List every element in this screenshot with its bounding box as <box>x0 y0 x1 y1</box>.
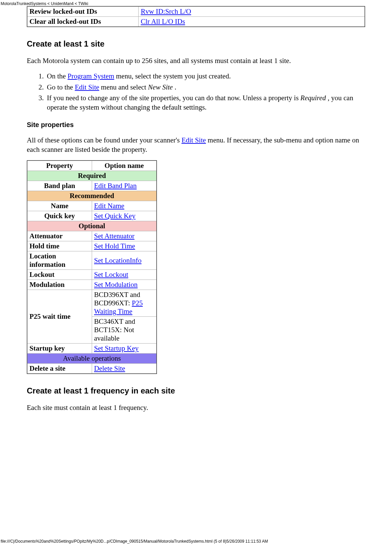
prop-value: Delete Site <box>92 364 157 374</box>
site-properties-table: Property Option name Required Band plan … <box>27 160 157 374</box>
prop-value: Set LocationInfo <box>92 251 157 270</box>
page-header: MotorolaTrunkedSystems < UnidenMan4 < TW… <box>0 0 392 6</box>
table-row: Location information Set LocationInfo <box>27 251 157 270</box>
text: If you need to change any of the site pr… <box>47 94 300 102</box>
rvw-id-link[interactable]: Rvw ID:Srch L/O <box>141 7 191 15</box>
prop-label: Band plan <box>27 181 92 191</box>
table-row: Band plan Edit Band Plan <box>27 181 157 191</box>
section-label: Available operations <box>27 354 157 364</box>
text: Go to the <box>47 83 75 91</box>
prop-label: Attenuator <box>27 231 92 241</box>
section-required: Required <box>27 171 157 181</box>
table-header-row: Property Option name <box>27 161 157 171</box>
list-item: On the Program System menu, select the s… <box>46 71 365 81</box>
text: . <box>174 83 176 91</box>
clr-all-link[interactable]: Clr All L/O IDs <box>141 17 185 25</box>
edit-name-link[interactable]: Edit Name <box>94 202 124 210</box>
heading-site-properties: Site properties <box>27 121 365 129</box>
delete-site-link[interactable]: Delete Site <box>94 364 125 372</box>
set-hold-time-link[interactable]: Set Hold Time <box>94 242 135 250</box>
edit-band-plan-link[interactable]: Edit Band Plan <box>94 182 137 190</box>
heading-create-frequency: Create at least 1 frequency in each site <box>27 386 365 396</box>
row-label: Clear all locked-out IDs <box>27 17 139 27</box>
site-properties-intro: All of these options can be found under … <box>27 135 365 155</box>
edit-site-link[interactable]: Edit Site <box>75 83 99 91</box>
table-row: Review locked-out IDs Rvw ID:Srch L/O <box>27 6 365 17</box>
prop-label: Name <box>27 201 92 211</box>
prop-label: Quick key <box>27 211 92 221</box>
table-row: Delete a site Delete Site <box>27 364 157 374</box>
breadcrumb: MotorolaTrunkedSystems < UnidenMan4 < TW… <box>1 1 88 6</box>
prop-label: Lockout <box>27 270 92 280</box>
prop-label: Startup key <box>27 344 92 354</box>
set-modulation-link[interactable]: Set Modulation <box>94 281 138 289</box>
text: menu, select the system you just created… <box>114 72 231 80</box>
prop-value: Edit Name <box>92 201 157 211</box>
table-row: Quick key Set Quick Key <box>27 211 157 221</box>
prop-value: BCD396XT and BCD996XT: P25 Waiting Time <box>92 290 157 317</box>
create-site-intro: Each Motorola system can contain up to 2… <box>27 56 365 65</box>
table-row: P25 wait time BCD396XT and BCD996XT: P25… <box>27 290 157 317</box>
section-label: Required <box>27 171 157 181</box>
row-value: Rvw ID:Srch L/O <box>139 6 365 17</box>
section-recommended: Recommended <box>27 191 157 201</box>
section-available-operations: Available operations <box>27 354 157 364</box>
row-label: Review locked-out IDs <box>27 6 139 17</box>
prop-label: Hold time <box>27 241 92 251</box>
edit-site-link[interactable]: Edit Site <box>181 136 206 144</box>
set-lockout-link[interactable]: Set Lockout <box>94 270 128 279</box>
prop-label: P25 wait time <box>27 290 92 344</box>
table-row: Modulation Set Modulation <box>27 280 157 290</box>
program-system-link[interactable]: Program System <box>68 72 114 80</box>
prop-value: Set Quick Key <box>92 211 157 221</box>
text: menu and select <box>99 83 148 91</box>
prop-label: Modulation <box>27 280 92 290</box>
prop-value: BC346XT and BCT15X: Not available <box>92 317 157 344</box>
set-quick-key-link[interactable]: Set Quick Key <box>94 212 136 220</box>
prop-value: Edit Band Plan <box>92 181 157 191</box>
col-property: Property <box>27 161 92 171</box>
prop-value: Set Hold Time <box>92 241 157 251</box>
page-content: Review locked-out IDs Rvw ID:Srch L/O Cl… <box>0 6 392 439</box>
create-frequency-intro: Each site must contain at least 1 freque… <box>27 403 365 412</box>
create-site-steps: On the Program System menu, select the s… <box>27 71 365 112</box>
set-attenuator-link[interactable]: Set Attenuator <box>94 232 135 240</box>
prop-label: Location information <box>27 251 92 270</box>
col-option-name: Option name <box>92 161 157 171</box>
section-optional: Optional <box>27 221 157 231</box>
prop-value: Set Startup Key <box>92 344 157 354</box>
set-locationinfo-link[interactable]: Set LocationInfo <box>94 256 142 264</box>
prop-value: Set Modulation <box>92 280 157 290</box>
table-row: Clear all locked-out IDs Clr All L/O IDs <box>27 17 365 27</box>
table-row: Attenuator Set Attenuator <box>27 231 157 241</box>
section-label: Recommended <box>27 191 157 201</box>
locked-out-table: Review locked-out IDs Rvw ID:Srch L/O Cl… <box>27 6 365 27</box>
emphasis: Required <box>300 94 327 102</box>
prop-value: Set Lockout <box>92 270 157 280</box>
heading-create-site: Create at least 1 site <box>27 39 365 49</box>
table-row: Lockout Set Lockout <box>27 270 157 280</box>
prop-value: Set Attenuator <box>92 231 157 241</box>
table-row: Hold time Set Hold Time <box>27 241 157 251</box>
row-value: Clr All L/O IDs <box>139 17 365 27</box>
table-row: Name Edit Name <box>27 201 157 211</box>
prop-label: Delete a site <box>27 364 92 374</box>
section-label: Optional <box>27 221 157 231</box>
text: All of these options can be found under … <box>27 136 181 144</box>
list-item: Go to the Edit Site menu and select New … <box>46 82 365 92</box>
text: On the <box>47 72 68 80</box>
list-item: If you need to change any of the site pr… <box>46 93 365 112</box>
emphasis: New Site <box>148 83 174 91</box>
table-row: Startup key Set Startup Key <box>27 344 157 354</box>
set-startup-key-link[interactable]: Set Startup Key <box>94 344 139 352</box>
